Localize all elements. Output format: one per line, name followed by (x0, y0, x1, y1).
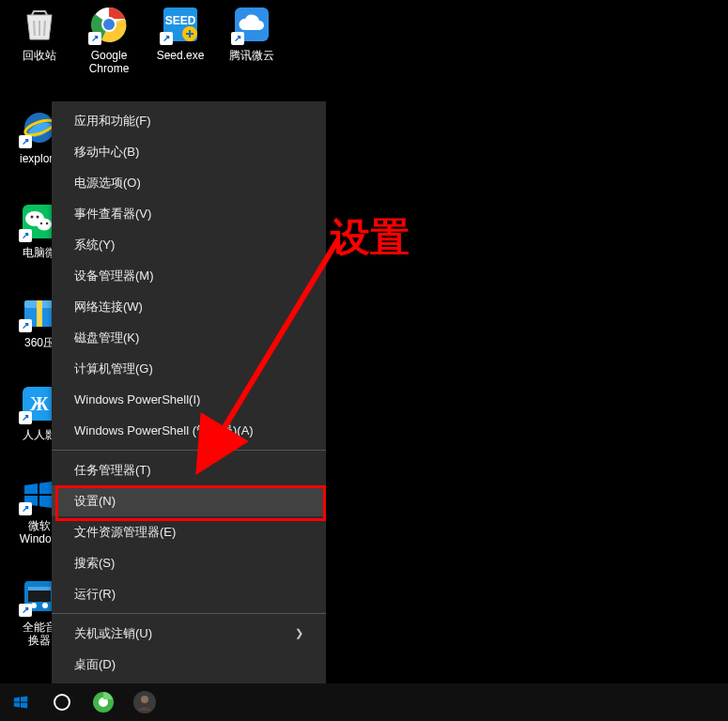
svg-rect-18 (37, 300, 42, 327)
avatar-icon (132, 690, 157, 714)
icon-label: 回收站 (6, 49, 73, 62)
menu-item-label: 文件资源管理器(E) (74, 516, 176, 547)
svg-point-27 (54, 695, 70, 710)
menu-device-manager[interactable]: 设备管理器(M) (52, 260, 326, 291)
menu-desktop[interactable]: 桌面(D) (52, 649, 326, 680)
recycle-bin-icon (19, 4, 60, 45)
menu-item-label: 系统(Y) (74, 229, 115, 260)
svg-rect-23 (28, 587, 51, 591)
menu-settings[interactable]: 设置(N) (52, 485, 326, 516)
menu-file-explorer[interactable]: 文件资源管理器(E) (52, 516, 326, 547)
menu-item-label: Windows PowerShell(I) (74, 384, 200, 415)
icon-label: Seed.exe (147, 49, 214, 62)
menu-system[interactable]: 系统(Y) (52, 229, 326, 260)
menu-item-label: Windows PowerShell (管理员)(A) (74, 415, 254, 446)
menu-item-label: 关机或注销(U) (74, 618, 152, 649)
taskbar-app-1[interactable] (83, 683, 124, 721)
shortcut-arrow-icon: ↗ (231, 32, 244, 45)
menu-powershell[interactable]: Windows PowerShell(I) (52, 384, 326, 415)
menu-item-label: 搜索(S) (74, 547, 115, 578)
menu-network-connections[interactable]: 网络连接(W) (52, 291, 326, 322)
menu-run[interactable]: 运行(R) (52, 578, 326, 609)
svg-point-31 (141, 696, 148, 703)
svg-point-12 (31, 216, 34, 219)
chrome-icon: ↗ (88, 4, 130, 45)
menu-search[interactable]: 搜索(S) (52, 547, 326, 578)
cortana-search-button[interactable] (41, 683, 83, 721)
icon-label: 腾讯微云 (218, 49, 286, 62)
shortcut-arrow-icon: ↗ (19, 411, 32, 424)
shortcut-arrow-icon: ↗ (19, 319, 32, 332)
cortana-circle-icon (53, 693, 71, 712)
svg-point-13 (37, 216, 39, 219)
winx-context-menu: 应用和功能(F) 移动中心(B) 电源选项(O) 事件查看器(V) 系统(Y) … (52, 101, 326, 683)
menu-item-label: 事件查看器(V) (74, 198, 151, 229)
menu-apps-features[interactable]: 应用和功能(F) (52, 105, 326, 136)
svg-text:Ж: Ж (30, 393, 49, 414)
windows-start-icon (12, 694, 29, 711)
menu-item-label: 应用和功能(F) (74, 105, 151, 136)
icon-label: Google Chrome (75, 49, 143, 76)
shortcut-arrow-icon: ↗ (160, 32, 173, 45)
svg-point-14 (40, 222, 42, 224)
cloud-icon: ↗ (231, 4, 272, 45)
menu-shutdown-signout[interactable]: 关机或注销(U) ❯ (52, 618, 326, 649)
taskbar (0, 683, 728, 721)
menu-separator (52, 450, 326, 451)
svg-point-15 (46, 222, 48, 224)
menu-task-manager[interactable]: 任务管理器(T) (52, 454, 326, 485)
menu-computer-management[interactable]: 计算机管理(G) (52, 353, 326, 384)
menu-item-label: 磁盘管理(K) (74, 322, 139, 353)
desktop-icon-seed[interactable]: SEED ↗ Seed.exe (147, 4, 214, 62)
menu-power-options[interactable]: 电源选项(O) (52, 167, 326, 198)
menu-item-label: 设置(N) (74, 485, 116, 516)
svg-point-11 (37, 219, 52, 231)
seed-icon: SEED ↗ (160, 4, 201, 45)
desktop-icon-chrome[interactable]: ↗ Google Chrome (75, 4, 143, 76)
taskbar-app-2[interactable] (124, 683, 165, 721)
menu-item-label: 运行(R) (74, 578, 116, 609)
svg-text:SEED: SEED (165, 14, 196, 27)
svg-point-25 (42, 603, 48, 608)
desktop-icon-weiyun[interactable]: ↗ 腾讯微云 (218, 4, 286, 62)
shortcut-arrow-icon: ↗ (19, 502, 32, 515)
menu-mobility-center[interactable]: 移动中心(B) (52, 136, 326, 167)
menu-item-label: 桌面(D) (74, 649, 116, 680)
menu-disk-management[interactable]: 磁盘管理(K) (52, 322, 326, 353)
menu-item-label: 计算机管理(G) (74, 353, 153, 384)
svg-point-2 (103, 19, 115, 30)
menu-event-viewer[interactable]: 事件查看器(V) (52, 198, 326, 229)
annotation-label: 设置 (331, 211, 410, 264)
start-button[interactable] (0, 683, 41, 721)
menu-item-label: 设备管理器(M) (74, 260, 154, 291)
menu-item-label: 任务管理器(T) (74, 454, 151, 485)
shortcut-arrow-icon: ↗ (19, 135, 32, 148)
desktop-icon-recycle-bin[interactable]: 回收站 (6, 4, 73, 62)
shortcut-arrow-icon: ↗ (19, 229, 32, 242)
menu-item-label: 网络连接(W) (74, 291, 143, 322)
menu-item-label: 移动中心(B) (74, 136, 139, 167)
chevron-right-icon: ❯ (295, 618, 303, 649)
browser-icon (92, 691, 115, 713)
shortcut-arrow-icon: ↗ (19, 604, 32, 617)
menu-separator (52, 613, 326, 614)
shortcut-arrow-icon: ↗ (88, 32, 101, 45)
menu-item-label: 电源选项(O) (74, 167, 141, 198)
menu-powershell-admin[interactable]: Windows PowerShell (管理员)(A) (52, 415, 326, 446)
